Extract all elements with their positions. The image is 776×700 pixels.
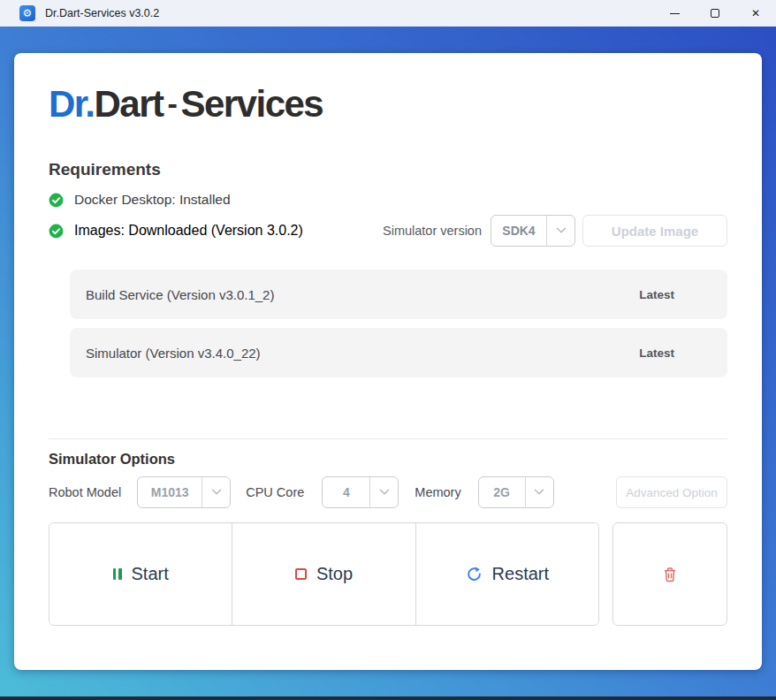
requirement-docker-label: Docker Desktop: Installed — [74, 192, 231, 208]
service-row-simulator: Simulator (Version v3.4.0_22) Latest — [70, 328, 727, 377]
restart-label: Restart — [492, 564, 549, 584]
minimize-button[interactable] — [654, 0, 695, 27]
delete-button[interactable] — [612, 522, 727, 626]
window-bottom-edge — [0, 696, 776, 700]
simulator-version-controls: Simulator version SDK4 Update Image — [383, 215, 727, 247]
stop-button[interactable]: Stop — [232, 523, 415, 625]
status-badge: Latest — [639, 346, 674, 360]
logo-dr: Dr. — [49, 83, 95, 125]
cpu-core-dropdown[interactable]: 4 — [322, 476, 399, 508]
close-icon: ✕ — [751, 7, 760, 19]
robot-model-value: M1013 — [138, 477, 202, 507]
stop-icon — [295, 568, 307, 580]
requirements-heading: Requirements — [49, 160, 727, 179]
robot-model-label: Robot Model — [49, 485, 121, 499]
titlebar: ⚙ Dr.Dart-Services v3.0.2 ✕ — [0, 0, 776, 27]
memory-dropdown[interactable]: 2G — [478, 476, 554, 508]
maximize-button[interactable] — [695, 0, 735, 27]
chevron-down-icon — [202, 477, 230, 507]
chevron-down-icon — [547, 216, 574, 246]
simulator-options-row: Robot Model M1013 CPU Core 4 — [49, 476, 727, 508]
service-name: Build Service (Version v3.0.1_2) — [86, 287, 274, 302]
robot-model-dropdown[interactable]: M1013 — [137, 476, 231, 508]
start-button[interactable]: Start — [49, 523, 232, 625]
minimize-icon — [670, 13, 680, 14]
logo-services: Services — [180, 83, 323, 125]
memory-label: Memory — [415, 485, 460, 499]
chevron-down-icon — [526, 477, 553, 507]
simulator-action-group: Start Stop Restart — [49, 522, 599, 626]
update-image-button[interactable]: Update Image — [582, 215, 727, 247]
cpu-core-value: 4 — [323, 477, 369, 507]
start-label: Start — [132, 564, 169, 584]
trash-icon — [662, 567, 678, 582]
maximize-icon — [711, 9, 719, 18]
chevron-down-icon — [370, 477, 398, 507]
simulator-version-value: SDK4 — [491, 216, 546, 246]
simulator-version-label: Simulator version — [383, 224, 482, 238]
simulator-version-dropdown[interactable]: SDK4 — [491, 215, 575, 247]
section-divider — [49, 438, 727, 439]
close-button[interactable]: ✕ — [735, 0, 776, 27]
app-window: ⚙ Dr.Dart-Services v3.0.2 ✕ Dr.Dart-Serv… — [0, 0, 776, 700]
app-background: Dr.Dart-Services Requirements Docker Des… — [0, 27, 776, 700]
advanced-option-button[interactable]: Advanced Option — [616, 476, 727, 508]
check-circle-icon — [49, 193, 64, 208]
start-icon — [113, 568, 122, 580]
logo-dart: Dart — [95, 83, 164, 125]
window-title: Dr.Dart-Services v3.0.2 — [45, 7, 159, 19]
status-badge: Latest — [639, 288, 674, 301]
service-row-build: Build Service (Version v3.0.1_2) Latest — [70, 270, 727, 319]
restart-button[interactable]: Restart — [415, 523, 598, 625]
service-name: Simulator (Version v3.4.0_22) — [86, 346, 261, 361]
app-icon: ⚙ — [19, 5, 35, 21]
simulator-options-heading: Simulator Options — [49, 451, 727, 468]
check-circle-icon — [49, 224, 64, 239]
requirement-images-row: Images: Downloaded (Version 3.0.2) Simul… — [49, 215, 727, 247]
cpu-core-label: CPU Core — [246, 485, 304, 499]
main-card: Dr.Dart-Services Requirements Docker Des… — [14, 53, 762, 670]
memory-value: 2G — [479, 477, 525, 507]
stop-label: Stop — [316, 564, 353, 584]
logo-hyphen: - — [168, 87, 177, 120]
window-controls: ✕ — [654, 0, 776, 27]
requirement-docker: Docker Desktop: Installed — [49, 192, 727, 208]
app-logo: Dr.Dart-Services — [49, 82, 727, 126]
requirement-images-label: Images: Downloaded (Version 3.0.2) — [74, 223, 303, 239]
requirement-images: Images: Downloaded (Version 3.0.2) — [49, 223, 303, 239]
restart-icon — [466, 566, 483, 582]
actions-row: Start Stop Restart — [49, 522, 727, 626]
